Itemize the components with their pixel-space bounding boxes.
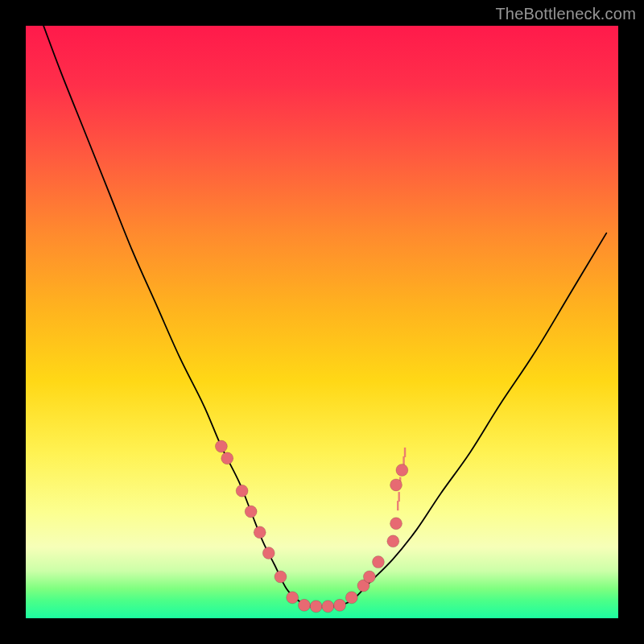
plot-area	[26, 26, 618, 618]
curve-blips	[397, 448, 406, 510]
marker-dot	[387, 535, 399, 547]
watermark-text: TheBottleneck.com	[495, 5, 636, 23]
marker-dot	[334, 599, 346, 611]
marker-dot	[363, 571, 375, 583]
marker-dot	[298, 599, 310, 611]
marker-dot	[396, 464, 408, 477]
curve-markers	[215, 440, 407, 613]
marker-dot	[322, 601, 334, 613]
marker-dot	[310, 601, 322, 613]
marker-blip	[397, 501, 398, 510]
marker-dot	[372, 556, 384, 568]
marker-blip	[398, 492, 399, 502]
marker-dot	[262, 547, 275, 559]
marker-dot	[245, 506, 257, 518]
marker-dot	[287, 592, 299, 604]
marker-dot	[275, 571, 287, 583]
marker-dot	[221, 452, 233, 464]
marker-blip	[404, 448, 406, 457]
marker-dot	[254, 526, 266, 539]
marker-dot	[390, 479, 402, 491]
marker-dot	[345, 592, 357, 604]
chart-stage: TheBottleneck.com	[0, 0, 644, 644]
marker-dot	[236, 485, 248, 497]
bottleneck-curve	[43, 26, 606, 607]
marker-dot	[390, 518, 402, 530]
chart-svg	[26, 26, 618, 618]
marker-dot	[215, 440, 227, 452]
